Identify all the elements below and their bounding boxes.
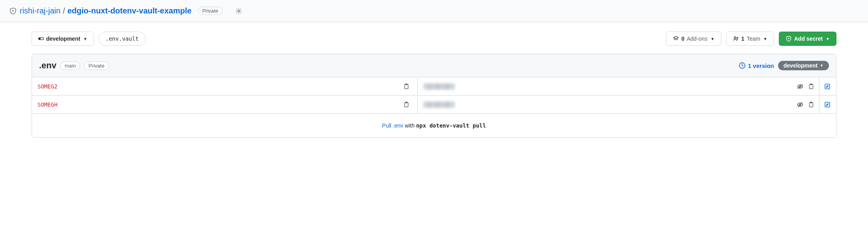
secret-key: SOMEGH <box>37 101 401 108</box>
people-icon <box>733 36 739 42</box>
gear-icon <box>235 8 242 15</box>
edit-icon <box>824 101 831 108</box>
svg-point-5 <box>737 37 738 38</box>
svg-rect-16 <box>810 102 813 107</box>
eye-off-icon <box>797 101 804 108</box>
clipboard-icon <box>403 101 410 108</box>
svg-rect-13 <box>405 102 408 107</box>
visibility-pill: Private <box>84 62 108 70</box>
copy-value-button[interactable] <box>806 99 817 110</box>
shield-plus-icon <box>786 36 792 42</box>
secret-row: SOMEGH <box>32 96 836 114</box>
svg-point-0 <box>13 10 14 11</box>
chevron-down-icon: ▼ <box>83 37 87 41</box>
chevron-down-icon: ▼ <box>711 37 715 41</box>
env-file-button[interactable]: .env.vault <box>99 32 145 46</box>
addons-dropdown[interactable]: 0 Add-ons ▼ <box>666 32 721 46</box>
secret-key: SOMEG2 <box>37 83 401 90</box>
env-title: .env <box>39 60 56 71</box>
toggle-visibility-button[interactable] <box>795 81 806 92</box>
copy-key-button[interactable] <box>401 99 412 110</box>
pull-env-link[interactable]: Pull .env <box>382 122 403 129</box>
pull-command: npx dotenv-vault pull <box>416 122 486 129</box>
pull-instruction: Pull .env with npx dotenv-vault pull <box>32 114 836 137</box>
settings-button[interactable] <box>235 8 242 15</box>
copy-key-button[interactable] <box>401 81 412 92</box>
edit-icon <box>824 83 831 90</box>
secret-value-hidden <box>423 101 455 108</box>
clock-icon <box>739 62 746 69</box>
team-dropdown[interactable]: 1 Team ▼ <box>726 32 774 46</box>
secret-row: SOMEG2 <box>32 77 836 96</box>
shield-lock-icon <box>9 7 17 15</box>
toggle-icon <box>38 37 44 41</box>
chevron-down-icon: ▼ <box>763 37 767 41</box>
breadcrumb-separator: / <box>63 6 65 15</box>
svg-point-4 <box>734 37 736 38</box>
edit-button[interactable] <box>819 77 831 95</box>
repo-link[interactable]: edgio-nuxt-dotenv-vault-example <box>67 6 191 15</box>
eye-off-icon <box>797 83 804 90</box>
environment-chip[interactable]: development ▼ <box>778 61 829 70</box>
svg-rect-10 <box>810 84 813 88</box>
toggle-visibility-button[interactable] <box>795 99 806 110</box>
clipboard-icon <box>403 83 410 90</box>
layers-icon <box>673 36 679 42</box>
svg-rect-7 <box>405 84 408 88</box>
breadcrumb: rishi-raj-jain / edgio-nuxt-dotenv-vault… <box>20 6 191 15</box>
svg-point-1 <box>238 10 239 12</box>
branch-pill: main <box>60 62 80 70</box>
add-secret-button[interactable]: Add secret ▼ <box>779 32 836 46</box>
versions-link[interactable]: 1 version <box>739 62 774 69</box>
chevron-down-icon: ▼ <box>826 37 830 41</box>
chevron-down-icon: ▼ <box>820 64 823 68</box>
environment-dropdown[interactable]: development ▼ <box>32 32 94 46</box>
clipboard-icon <box>808 101 814 108</box>
visibility-badge: Private <box>198 7 222 15</box>
secret-value-hidden <box>423 83 455 90</box>
copy-value-button[interactable] <box>806 81 817 92</box>
owner-link[interactable]: rishi-raj-jain <box>20 6 60 15</box>
clipboard-icon <box>808 83 814 90</box>
edit-button[interactable] <box>819 96 831 113</box>
svg-point-3 <box>39 38 41 39</box>
